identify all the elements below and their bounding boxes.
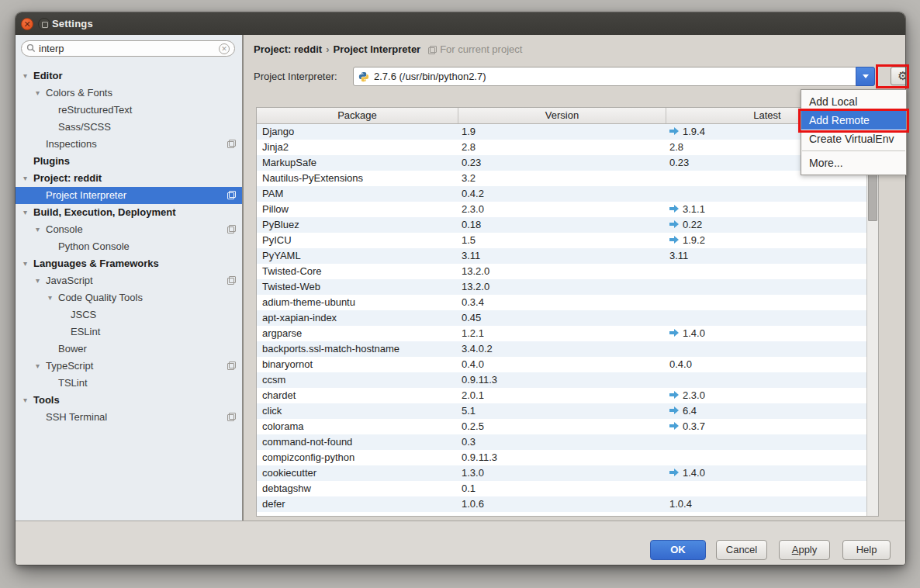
- table-row[interactable]: adium-theme-ubuntu0.3.4: [257, 295, 868, 310]
- table-row[interactable]: apt-xapian-index0.45: [257, 310, 868, 326]
- cell-package: colorama: [257, 419, 458, 434]
- sidebar-item-console[interactable]: ▾Console: [16, 221, 242, 238]
- tree-toggle-icon[interactable]: ▾: [48, 289, 58, 306]
- close-icon[interactable]: ✕: [21, 18, 33, 30]
- table-row[interactable]: Nautilus-PyExtensions3.2: [257, 171, 868, 186]
- sidebar-item-sass-scss[interactable]: Sass/SCSS: [16, 119, 242, 136]
- table-row[interactable]: MarkupSafe0.230.23: [257, 155, 868, 171]
- sidebar-item-jscs[interactable]: JSCS: [16, 306, 242, 323]
- search-input[interactable]: interp ✕: [21, 40, 235, 57]
- sidebar-item-project-reddit[interactable]: ▾Project: reddit: [16, 170, 242, 187]
- cell-package: command-not-found: [257, 434, 458, 450]
- table-row[interactable]: chardet2.0.12.3.0: [257, 388, 868, 403]
- cell-latest: 13.08: [666, 512, 868, 516]
- column-header-package[interactable]: Package: [257, 108, 458, 123]
- menu-item-add-remote[interactable]: Add Remote: [801, 111, 906, 130]
- packages-table-header[interactable]: PackageVersionLatest: [257, 108, 868, 124]
- cell-latest: 0.4.0: [666, 357, 868, 372]
- sidebar-item-tslint[interactable]: TSLint: [16, 375, 242, 392]
- interpreter-combobox[interactable]: 2.7.6 (/usr/bin/python2.7): [353, 67, 875, 86]
- table-row[interactable]: defer1.0.61.0.4: [257, 496, 868, 512]
- sidebar-item-build-execution-deployment[interactable]: ▾Build, Execution, Deployment: [16, 204, 242, 221]
- tree-toggle-icon[interactable]: ▾: [23, 67, 33, 85]
- cell-version: 0.18: [458, 217, 666, 233]
- sidebar-item-ssh-terminal[interactable]: SSH Terminal: [16, 409, 242, 426]
- table-row[interactable]: Django1.91.9.4: [257, 124, 868, 140]
- menu-item-more-[interactable]: More...: [801, 154, 906, 172]
- table-row[interactable]: dirspec13.1013.08: [257, 512, 868, 516]
- table-row[interactable]: PyYAML3.113.11: [257, 248, 868, 264]
- table-row[interactable]: backports.ssl-match-hostname3.4.0.2: [257, 341, 868, 357]
- sidebar-item-code-quality-tools[interactable]: ▾Code Quality Tools: [16, 289, 242, 306]
- clear-search-icon[interactable]: ✕: [219, 43, 230, 54]
- gear-dropdown-menu: Add LocalAdd RemoteCreate VirtualEnvMore…: [801, 89, 907, 175]
- latest-value: 1.4.0: [683, 465, 705, 481]
- tree-toggle-icon[interactable]: ▾: [36, 272, 46, 289]
- sidebar-item-eslint[interactable]: ESLint: [16, 323, 242, 341]
- sidebar-item-editor[interactable]: ▾Editor: [16, 67, 242, 85]
- sidebar-item-label: Inspections: [46, 138, 97, 150]
- apply-button[interactable]: Apply: [779, 540, 830, 560]
- cell-package: PyBluez: [257, 217, 458, 233]
- cell-package: compizconfig-python: [257, 450, 458, 465]
- upgrade-arrow-icon: [669, 124, 679, 140]
- gear-icon[interactable]: ⚙: [891, 67, 905, 85]
- cell-version: 3.4.0.2: [458, 341, 666, 357]
- search-value: interp: [39, 41, 216, 56]
- sidebar-item-javascript[interactable]: ▾JavaScript: [16, 272, 242, 289]
- upgrade-arrow-icon: [669, 217, 679, 233]
- sidebar-item-typescript[interactable]: ▾TypeScript: [16, 358, 242, 375]
- table-row[interactable]: Twisted-Core13.2.0: [257, 264, 868, 279]
- table-row[interactable]: PAM0.4.2: [257, 186, 868, 202]
- sidebar-item-label: Tools: [33, 394, 60, 406]
- cell-version: 0.2.5: [458, 419, 666, 434]
- ok-button[interactable]: OK: [650, 540, 706, 560]
- table-row[interactable]: compizconfig-python0.9.11.3: [257, 450, 868, 465]
- chevron-down-icon[interactable]: [856, 67, 875, 86]
- sidebar-item-inspections[interactable]: Inspections: [16, 136, 242, 153]
- sidebar-item-bower[interactable]: Bower: [16, 341, 242, 358]
- tree-toggle-icon[interactable]: ▾: [23, 255, 33, 272]
- tree-toggle-icon[interactable]: ▾: [36, 358, 46, 375]
- tree-toggle-icon[interactable]: ▾: [23, 170, 33, 187]
- sidebar-item-tools[interactable]: ▾Tools: [16, 392, 242, 409]
- table-row[interactable]: PyICU1.51.9.2: [257, 233, 868, 248]
- for-current-project-note: For current project: [440, 43, 522, 55]
- table-row[interactable]: command-not-found0.3: [257, 434, 868, 450]
- tree-toggle-icon[interactable]: ▾: [23, 392, 33, 409]
- table-row[interactable]: ccsm0.9.11.3: [257, 372, 868, 388]
- cell-latest: 1.9.2: [666, 233, 868, 248]
- cell-package: PAM: [257, 186, 458, 202]
- sidebar-item-project-interpreter[interactable]: Project Interpreter: [16, 187, 242, 204]
- table-row[interactable]: Jinja22.82.8: [257, 140, 868, 155]
- sidebar-item-restructuredtext[interactable]: reStructuredText: [16, 102, 242, 119]
- table-row[interactable]: PyBluez0.180.22: [257, 217, 868, 233]
- upgrade-arrow-icon: [669, 233, 679, 248]
- column-header-version[interactable]: Version: [458, 108, 666, 123]
- tree-toggle-icon[interactable]: ▾: [36, 85, 46, 102]
- titlebar[interactable]: ✕ Settings: [16, 12, 905, 35]
- table-row[interactable]: argparse1.2.11.4.0: [257, 326, 868, 341]
- menu-item-add-local[interactable]: Add Local: [801, 92, 906, 111]
- table-row[interactable]: cookiecutter1.3.01.4.0: [257, 465, 868, 481]
- cell-package: PyYAML: [257, 248, 458, 264]
- tree-toggle-icon[interactable]: ▾: [23, 204, 33, 221]
- table-row[interactable]: debtagshw0.1: [257, 481, 868, 496]
- cell-latest: [666, 481, 868, 496]
- table-row[interactable]: Pillow2.3.03.1.1: [257, 202, 868, 217]
- latest-value: 1.4.0: [683, 326, 705, 341]
- sidebar-item-colors-fonts[interactable]: ▾Colors & Fonts: [16, 85, 242, 102]
- menu-item-create-virtualenv[interactable]: Create VirtualEnv: [801, 130, 906, 148]
- sidebar-item-plugins[interactable]: Plugins: [16, 153, 242, 170]
- sidebar-item-python-console[interactable]: Python Console: [16, 238, 242, 255]
- table-row[interactable]: click5.16.4: [257, 403, 868, 419]
- table-row[interactable]: colorama0.2.50.3.7: [257, 419, 868, 434]
- cancel-button[interactable]: Cancel: [716, 540, 767, 560]
- tree-toggle-icon[interactable]: ▾: [36, 221, 46, 238]
- sidebar-item-languages-frameworks[interactable]: ▾Languages & Frameworks: [16, 255, 242, 272]
- maximize-icon[interactable]: [38, 18, 50, 30]
- help-button[interactable]: Help: [842, 540, 891, 560]
- table-row[interactable]: binaryornot0.4.00.4.0: [257, 357, 868, 372]
- table-row[interactable]: Twisted-Web13.2.0: [257, 279, 868, 295]
- upgrade-arrow-icon: [669, 326, 679, 341]
